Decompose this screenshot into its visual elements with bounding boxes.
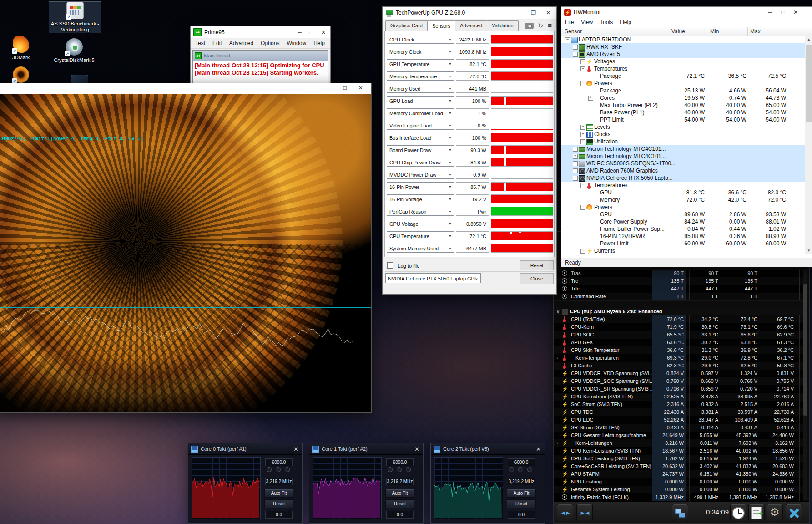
tree-row-hwk-rx-skf[interactable]: +HWK RX_SKF: [561, 43, 805, 51]
close-icon[interactable]: ✕: [793, 9, 798, 15]
column-header-min[interactable]: Min: [710, 28, 719, 35]
close-button[interactable]: Close: [520, 273, 554, 284]
close-icon[interactable]: ✕: [536, 446, 541, 453]
tree-row-powers[interactable]: −Powers: [561, 203, 805, 211]
menu-item-tools[interactable]: Tools: [600, 19, 613, 25]
gpuz-titlebar[interactable]: TechPowerUp GPU-Z 2.68.0 ─ ❐ ✕: [383, 7, 556, 19]
tree-row-gpu[interactable]: GPU89.68 W2.86 W93.53 W: [561, 211, 805, 218]
sensor-row[interactable]: ⚡CPU Kern-Leistung (SVI3 TFN)18.567 W2.5…: [554, 447, 803, 455]
collapse-minus-icon[interactable]: −: [573, 52, 578, 57]
sensor-label-dropdown[interactable]: System Memory Used: [387, 244, 454, 253]
tree-row-package[interactable]: Package25.13 W4.66 W56.04 W: [561, 87, 805, 94]
sensor-row[interactable]: CPU (Tctl/Tdie)72.0 °C34.2 °C72.4 °C69.7…: [554, 315, 803, 324]
tree-row-amd-radeon-760m-graphics[interactable]: +AMD Radeon 760M Graphics: [561, 167, 805, 174]
sensor-row[interactable]: ⚡CPU-SoC-Leistung (SVI3 TFN)1.762 W0.615…: [554, 455, 803, 463]
sensor-label-dropdown[interactable]: GPU Voltage: [387, 219, 454, 228]
sensor-row[interactable]: L3 Cache62.3 °C29.6 °C62.5 °C59.8 °C: [554, 362, 803, 370]
screenshot-camera-icon[interactable]: [525, 23, 534, 29]
auto-fit-button[interactable]: Auto Fit: [507, 489, 536, 498]
desktop-icon-crystaldiskmark[interactable]: ↗CrystalDiskMark 5: [48, 38, 100, 63]
sensor-row[interactable]: ⚡CPU-Gesamt-Leistungsaufnahme24.649 W5.0…: [554, 432, 803, 440]
reset-button[interactable]: Reset: [385, 499, 414, 508]
sensor-row[interactable]: ⚡Gesamte System-Leistung0.000 W0.000 W0.…: [554, 486, 803, 494]
led-indicator[interactable]: [276, 467, 281, 472]
sensor-row[interactable]: ›⚡Kern-Leistungen3.216 W0.011 W7.693 W3.…: [554, 439, 803, 448]
report-button[interactable]: [748, 504, 765, 521]
remote-monitoring-button[interactable]: [672, 504, 688, 521]
maximize-icon[interactable]: □: [343, 85, 347, 91]
tree-row-power-limit[interactable]: Power Limit60.00 W60.00 W60.00 W: [561, 240, 805, 247]
expand-plus-icon[interactable]: +: [573, 161, 578, 166]
scroll-up-icon[interactable]: ▲: [805, 36, 812, 43]
sensor-label-dropdown[interactable]: GPU Chip Power Draw: [387, 158, 454, 167]
tree-row-currents[interactable]: +⚡Currents: [561, 247, 805, 254]
led-indicator[interactable]: [267, 467, 272, 472]
prime95-titlebar[interactable]: 24 Prime95 ─ □ ✕: [191, 26, 330, 38]
tree-row-voltages[interactable]: +⚡Voltages: [561, 58, 805, 65]
sensor-row[interactable]: ›Kern-Temperaturen69.3 °C29.0 °C72.8 °C6…: [554, 354, 803, 362]
close-icon[interactable]: ✕: [546, 10, 550, 16]
menu-item-view[interactable]: View: [581, 19, 593, 25]
sensor-row[interactable]: APU GFX63.6 °C30.7 °C63.8 °C61.3 °C: [554, 339, 803, 347]
tree-row-base-power-pl1-[interactable]: Base Power (PL1)40.00 W40.00 W54.00 W: [561, 109, 805, 116]
sensor-label-dropdown[interactable]: PerfCap Reason: [387, 207, 454, 216]
sensor-label-dropdown[interactable]: GPU Load: [387, 96, 454, 105]
core-window-titlebar[interactable]: Core 1 Takt (perf #2)✕: [309, 443, 423, 455]
sensor-row[interactable]: Trfc447 T447 T447 T: [554, 285, 803, 293]
scrollbar-thumb[interactable]: [806, 45, 812, 122]
minimize-icon[interactable]: ─: [298, 29, 302, 36]
tree-row-frame-buffer-power-sup-[interactable]: Frame Buffer Power Sup...0.84 W0.44 W1.0…: [561, 225, 805, 233]
sensor-row[interactable]: ⚡CPU TDC22.430 A3.881 A39.597 A22.730 A: [554, 408, 803, 417]
sensor-row[interactable]: Command Rate1 T1 T1 T: [554, 293, 803, 301]
sensor-row[interactable]: ⚡Core+SoC+SR Leistung (SVI3 TFN)20.632 W…: [554, 463, 803, 471]
tree-row-micron-technology-mtc4c101-[interactable]: +Micron Technology MTC4C101...: [561, 153, 805, 160]
column-header-max[interactable]: Max: [750, 28, 761, 35]
sensor-label-dropdown[interactable]: Bus Interface Load: [387, 133, 454, 142]
tree-row-utilization[interactable]: +Utilization: [561, 138, 805, 145]
maximize-icon[interactable]: □: [781, 9, 784, 15]
minimize-icon[interactable]: ─: [517, 10, 521, 16]
tree-row-memory[interactable]: Memory72.0 °C42.0 °C72.0 °C: [561, 196, 805, 203]
tree-row-core-power-supply[interactable]: Core Power Supply84.24 W0.00 W88.01 W: [561, 218, 805, 225]
tree-row-cores[interactable]: +Cores19.53 W0.74 W44.73 W: [561, 94, 805, 102]
main-thread-titlebar[interactable]: 24 Main thread: [193, 51, 328, 61]
core-window-titlebar[interactable]: Core 2 Takt (perf #5)✕: [431, 443, 545, 455]
sensor-row[interactable]: Trc135 T135 T135 T: [554, 277, 803, 285]
close-icon[interactable]: ✕: [293, 446, 298, 453]
close-sensors-button[interactable]: [786, 504, 802, 521]
sensor-row[interactable]: Tras90 T90 T90 T: [554, 270, 803, 278]
furmark-titlebar[interactable]: ─ □ ✕: [0, 83, 371, 94]
refresh-icon[interactable]: ↻: [538, 22, 544, 29]
expand-plus-icon[interactable]: +: [580, 139, 585, 144]
sensor-row[interactable]: ⚡SR-Strom (SVI3 TFN)0.423 A0.314 A0.431 …: [554, 424, 803, 432]
sensor-label-dropdown[interactable]: Board Power Draw: [387, 145, 454, 154]
hwmonitor-scrollbar[interactable]: ▲ ▼: [805, 36, 812, 254]
tree-row-ppt-limit[interactable]: PPT Limit54.00 W54.00 W54.00 W: [561, 116, 805, 123]
collapse-minus-icon[interactable]: −: [580, 81, 585, 86]
sensor-row[interactable]: CPU SOC65.5 °C33.1 °C65.6 °C62.9 °C: [554, 331, 803, 339]
sensor-row[interactable]: ⚡SoC-Strom (SVI3 TFN)2.316 A0.932 A2.515…: [554, 401, 803, 409]
menu-item-window[interactable]: Window: [287, 40, 306, 46]
expand-plus-icon[interactable]: +: [573, 168, 578, 173]
sensor-row[interactable]: ⚡CPU-Kernstrom (SVI3 TFN)22.525 A3.878 A…: [554, 393, 803, 401]
led-indicator[interactable]: [285, 467, 290, 472]
sensor-row[interactable]: CPU Skin Temperatur36.6 °C31.3 °C36.9 °C…: [554, 346, 803, 355]
tree-row-temperatures[interactable]: −Temperatures: [561, 182, 805, 189]
sensor-row[interactable]: ⚡APU STAPM24.737 W6.151 W41.350 W24.336 …: [554, 470, 803, 478]
tree-row-clocks[interactable]: +Clocks: [561, 131, 805, 138]
led-indicator[interactable]: [388, 467, 393, 472]
collapse-columns-button[interactable]: ►◄: [576, 504, 593, 521]
menu-item-advanced[interactable]: Advanced: [229, 40, 253, 46]
led-indicator[interactable]: [406, 467, 411, 472]
clock-button[interactable]: [730, 504, 746, 521]
sensor-label-dropdown[interactable]: MVDDC Power Draw: [387, 170, 454, 179]
column-header-sensor[interactable]: Sensor: [565, 28, 582, 35]
tree-row-max-turbo-power-pl2-[interactable]: Max Turbo Power (PL2)40.00 W40.00 W65.00…: [561, 102, 805, 109]
expand-plus-icon[interactable]: +: [580, 249, 585, 254]
collapse-minus-icon[interactable]: −: [565, 37, 570, 42]
auto-fit-button[interactable]: Auto Fit: [264, 489, 293, 498]
collapse-minus-icon[interactable]: −: [573, 176, 578, 181]
sensor-row[interactable]: ⚡CPU VDDCR_VDD Spannung (SVI...0.824 V0.…: [554, 370, 803, 378]
collapse-minus-icon[interactable]: −: [580, 66, 585, 71]
sensor-label-dropdown[interactable]: CPU Temperature: [387, 231, 454, 240]
